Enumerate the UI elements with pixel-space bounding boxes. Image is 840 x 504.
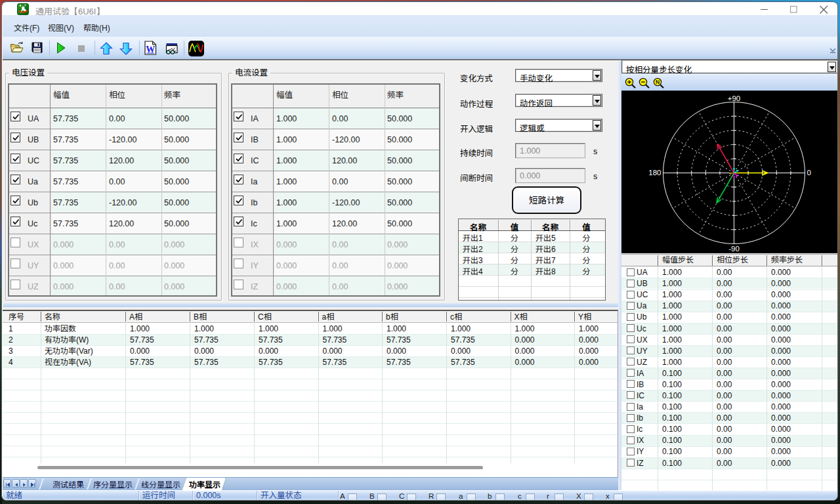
svg-text:-90: -90 — [728, 245, 740, 253]
svg-text:+90: +90 — [728, 94, 741, 102]
svg-text:N: N — [656, 79, 660, 85]
svg-text:180: 180 — [648, 169, 661, 177]
svg-text:0: 0 — [807, 169, 811, 177]
svg-text:W: W — [146, 45, 155, 54]
